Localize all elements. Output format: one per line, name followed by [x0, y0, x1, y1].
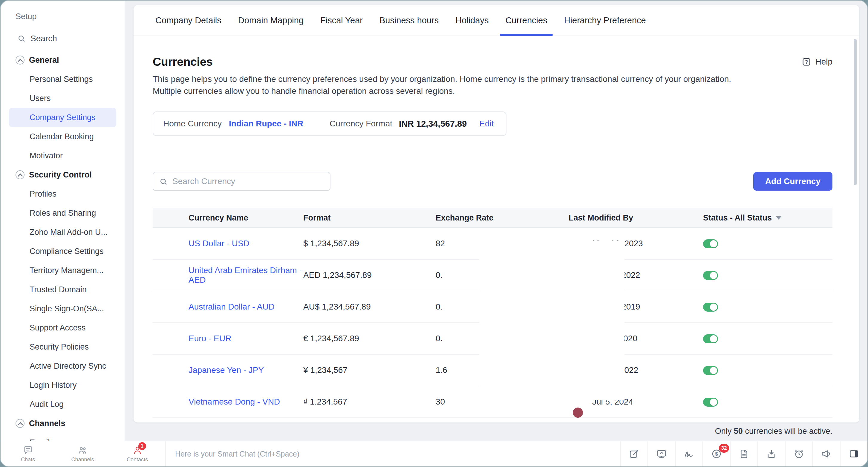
sidebar-item-company-settings[interactable]: Company Settings — [9, 108, 116, 127]
compose-icon — [629, 448, 640, 459]
document-icon — [739, 448, 749, 459]
sidebar-item-support-access[interactable]: Support Access — [9, 318, 116, 337]
signature-icon — [684, 448, 694, 459]
screen-share-icon — [656, 448, 667, 459]
status-toggle[interactable] — [703, 271, 718, 280]
tab-domain-mapping[interactable]: Domain Mapping — [230, 5, 312, 35]
sidebar-item-territory-managem[interactable]: Territory Managem... — [9, 261, 116, 280]
add-currency-button[interactable]: Add Currency — [753, 172, 832, 191]
sidebar-section-security-control[interactable]: Security Control — [9, 165, 116, 184]
sidebar-title: Setup — [16, 12, 125, 21]
utility-icons: $32 — [620, 441, 867, 466]
col-exchange-rate: Exchange Rate — [436, 213, 568, 223]
bottombar-announcement-icon-button[interactable] — [812, 441, 840, 466]
sidebar-section-label: Security Control — [29, 170, 92, 180]
scrollbar-thumb[interactable] — [854, 39, 857, 185]
status-toggle[interactable] — [703, 303, 718, 312]
currency-name-link[interactable]: Japanese Yen - JPY — [189, 366, 264, 375]
home-currency-box: Home Currency Indian Rupee - INR Currenc… — [153, 112, 506, 136]
sidebar-item-users[interactable]: Users — [9, 89, 116, 108]
notification-badge: 1 — [138, 442, 146, 450]
main-area: Company DetailsDomain MappingFiscal Year… — [126, 1, 867, 441]
sidebar-item-zoho-mail-add-on-u[interactable]: Zoho Mail Add-on U... — [9, 223, 116, 242]
settings-tabbar: Company DetailsDomain MappingFiscal Year… — [133, 5, 859, 36]
tab-company-details[interactable]: Company Details — [147, 5, 230, 35]
home-currency-label: Home Currency — [163, 119, 222, 128]
currency-format: ₫ 1.234.567 — [303, 397, 436, 407]
bottombar-item-label: Chats — [21, 457, 35, 463]
side-panel-icon — [848, 448, 859, 459]
sidebar-item-personal-settings[interactable]: Personal Settings — [9, 70, 116, 89]
edit-currency-format-link[interactable]: Edit — [479, 119, 494, 128]
currency-format: AED 1,234,567.89 — [303, 271, 436, 280]
bottombar-item-chats[interactable]: Chats — [1, 441, 55, 466]
bottombar-screen-share-icon-button[interactable] — [648, 441, 675, 466]
bottombar-document-icon-button[interactable] — [730, 441, 757, 466]
bottombar-side-panel-icon-button[interactable] — [840, 441, 867, 466]
sidebar-item-security-policies[interactable]: Security Policies — [9, 337, 116, 356]
sidebar-item-audit-log[interactable]: Audit Log — [9, 395, 116, 414]
status-toggle[interactable] — [703, 239, 718, 248]
col-currency-name: Currency Name — [153, 213, 303, 223]
currency-format-value: INR 12,34,567.89 — [399, 119, 467, 129]
status-toggle[interactable] — [703, 366, 718, 375]
search-icon — [17, 34, 26, 43]
chevron-down-icon — [776, 216, 781, 220]
chat-shortcuts: ChatsChannels1Contacts — [1, 441, 165, 466]
toggle-knob — [710, 240, 717, 247]
sidebar-item-email[interactable]: Email — [9, 433, 116, 441]
sidebar-section-channels[interactable]: Channels — [9, 414, 116, 433]
bottombar-reminder-clock-icon-button[interactable] — [785, 441, 812, 466]
tab-hierarchy-preference[interactable]: Hierarchy Preference — [556, 5, 654, 35]
home-currency-value[interactable]: Indian Rupee - INR — [229, 119, 303, 128]
bottombar-signature-icon-button[interactable] — [675, 441, 703, 466]
currency-name-link[interactable]: Euro - EUR — [189, 334, 231, 343]
chats-icon — [23, 445, 33, 455]
bottombar-item-contacts[interactable]: 1Contacts — [110, 441, 165, 466]
bottombar-item-channels[interactable]: Channels — [55, 441, 110, 466]
sidebar-search[interactable]: Search — [17, 34, 125, 43]
channels-icon — [78, 445, 88, 455]
sidebar-item-profiles[interactable]: Profiles — [9, 184, 116, 204]
smart-chat-input[interactable] — [175, 449, 620, 459]
sidebar-item-motivator[interactable]: Motivator — [9, 146, 116, 165]
currency-format: $ 1,234,567.89 — [303, 239, 436, 248]
currency-name-link[interactable]: US Dollar - USD — [189, 239, 249, 248]
currency-name-link[interactable]: Vietnamese Dong - VND — [189, 397, 280, 406]
currency-format: AU$ 1,234,567.89 — [303, 302, 436, 312]
sidebar-section-general[interactable]: General — [9, 51, 116, 70]
page-description: This page helps you to define the curren… — [153, 73, 832, 97]
currency-name-link[interactable]: United Arab Emirates Dirham - AED — [189, 266, 302, 284]
help-button[interactable]: ? Help — [801, 57, 832, 67]
smart-chat-bar: ChatsChannels1Contacts $32 — [1, 441, 867, 466]
tab-fiscal-year[interactable]: Fiscal Year — [312, 5, 371, 35]
sidebar-search-label: Search — [30, 34, 57, 43]
currency-name-link[interactable]: Australian Dollar - AUD — [189, 302, 275, 311]
setup-window: Setup Search GeneralPersonal SettingsUse… — [0, 0, 868, 467]
sidebar-nav: GeneralPersonal SettingsUsersCompany Set… — [1, 51, 125, 441]
sidebar-item-login-history[interactable]: Login History — [9, 376, 116, 395]
sidebar-item-compliance-settings[interactable]: Compliance Settings — [9, 242, 116, 261]
status-toggle[interactable] — [703, 334, 718, 343]
help-label: Help — [815, 57, 832, 67]
toggle-knob — [710, 367, 717, 374]
tab-business-hours[interactable]: Business hours — [371, 5, 447, 35]
bottombar-inbox-download-icon-button[interactable] — [757, 441, 785, 466]
sidebar-item-roles-and-sharing[interactable]: Roles and Sharing — [9, 204, 116, 223]
tab-currencies[interactable]: Currencies — [497, 5, 555, 35]
currency-search-input[interactable] — [153, 173, 330, 190]
bottombar-billing-icon-button[interactable]: $32 — [703, 441, 730, 466]
tab-holidays[interactable]: Holidays — [447, 5, 497, 35]
redacted-region — [479, 241, 624, 400]
bottombar-compose-icon-button[interactable] — [620, 441, 648, 466]
sidebar-item-calendar-booking[interactable]: Calendar Booking — [9, 127, 116, 146]
status-filter-dropdown[interactable]: Status - All Status — [701, 213, 832, 223]
status-toggle[interactable] — [703, 398, 718, 407]
sidebar-item-single-sign-on-sa[interactable]: Single Sign-On(SA... — [9, 299, 116, 318]
page-title: Currencies — [153, 55, 213, 68]
settings-card: Company DetailsDomain MappingFiscal Year… — [133, 5, 859, 423]
sidebar-item-trusted-domain[interactable]: Trusted Domain — [9, 280, 116, 299]
chevron-up-icon — [16, 170, 25, 179]
sidebar-item-active-directory-sync[interactable]: Active Directory Sync — [9, 356, 116, 376]
active-currencies-note: Only 50 currencies will be active. — [715, 427, 832, 436]
